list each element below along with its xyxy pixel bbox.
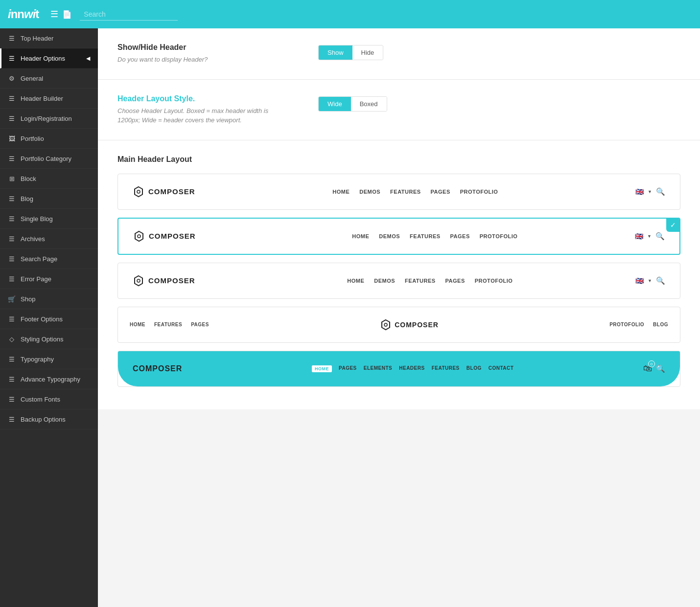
show-hide-header-text: Show/Hide Header Do you want to display … xyxy=(117,43,299,65)
menu-icon[interactable]: ☰ xyxy=(50,9,58,20)
sidebar-item-error-page[interactable]: ☰ Error Page xyxy=(0,269,98,289)
svg-point-1 xyxy=(137,190,140,193)
sidebar-item-header-options[interactable]: ☰ Header Options ◀ xyxy=(0,48,98,68)
flag-icon-2: 🇬🇧 xyxy=(635,232,643,240)
sidebar-label-single-blog: Single Blog xyxy=(21,215,53,223)
sidebar-arrow-header-options: ◀ xyxy=(86,55,90,62)
layout-4-right-nav: PROTOFOLIO BLOG xyxy=(609,322,668,327)
nav-demos-1: DEMOS xyxy=(359,189,380,195)
layout-2-logo: COMPOSER xyxy=(133,230,196,242)
sidebar-label-header-builder: Header Builder xyxy=(21,95,63,102)
hex-icon-4 xyxy=(380,319,392,331)
nav-headers-5: HEADERS xyxy=(399,365,424,372)
nav-features-3: FEATURES xyxy=(405,278,435,284)
wide-button[interactable]: Wide xyxy=(319,97,351,111)
sidebar-item-custom-fonts[interactable]: ☰ Custom Fonts xyxy=(0,389,98,409)
chevron-down-icon-3: ▼ xyxy=(648,278,652,283)
show-hide-header-desc: Do you want to display Header? xyxy=(117,55,274,65)
layout-1-nav: HOME DEMOS FEATURES PAGES PROTOFOLIO xyxy=(332,189,498,195)
sidebar-item-block[interactable]: ⊞ Block xyxy=(0,169,98,189)
sidebar-item-general[interactable]: ⚙ General xyxy=(0,68,98,89)
sidebar-item-portfolio[interactable]: 🖼 Portfolio xyxy=(0,129,98,149)
main-header-layout-section: Main Header Layout COMPOSER HOME DEMOS xyxy=(98,140,700,409)
svg-marker-4 xyxy=(135,276,142,286)
boxed-button[interactable]: Boxed xyxy=(351,97,387,111)
nav-pages-1: PAGES xyxy=(431,189,450,195)
nav-home-1: HOME xyxy=(332,189,350,195)
nav-protofolio-1: PROTOFOLIO xyxy=(460,189,498,195)
sidebar-label-styling-options: Styling Options xyxy=(21,336,63,343)
sidebar-icon-advance-typography: ☰ xyxy=(8,375,16,383)
sidebar-item-archives[interactable]: ☰ Archives xyxy=(0,229,98,249)
sidebar-item-single-blog[interactable]: ☰ Single Blog xyxy=(0,209,98,229)
hex-icon-3 xyxy=(133,275,144,287)
header-layout-style-title: Header Layout Style. xyxy=(117,94,299,103)
show-hide-header-controls: Show Hide xyxy=(318,43,680,60)
nav-features-4: FEATURES xyxy=(154,322,182,327)
sidebar-icon-search-page: ☰ xyxy=(8,255,16,263)
nav-protofolio-2: PROTOFOLIO xyxy=(480,233,518,239)
search-input[interactable] xyxy=(80,8,178,21)
layout-1-preview: COMPOSER HOME DEMOS FEATURES PAGES PROTO… xyxy=(118,174,680,209)
nav-protofolio-3: PROTOFOLIO xyxy=(475,278,513,284)
sidebar-item-search-page[interactable]: ☰ Search Page xyxy=(0,249,98,269)
header-layout-style-section: Header Layout Style. Choose Header Layou… xyxy=(98,80,700,140)
sidebar-item-login-registration[interactable]: ☰ Login/Registration xyxy=(0,109,98,129)
sidebar-icon-header-builder: ☰ xyxy=(8,94,16,102)
layout-option-1[interactable]: COMPOSER HOME DEMOS FEATURES PAGES PROTO… xyxy=(117,174,680,210)
sidebar-item-advance-typography[interactable]: ☰ Advance Typography xyxy=(0,369,98,389)
hex-icon-1 xyxy=(133,186,144,198)
document-icon[interactable]: 📄 xyxy=(62,10,72,19)
sidebar-icon-general: ⚙ xyxy=(8,74,16,82)
hex-icon-2 xyxy=(133,230,145,242)
sidebar-item-shop[interactable]: 🛒 Shop xyxy=(0,289,98,309)
sidebar-icon-single-blog: ☰ xyxy=(8,215,16,223)
cart-icon: 🛍 0 xyxy=(643,363,652,374)
flag-icon-1: 🇬🇧 xyxy=(635,188,644,196)
sidebar-icon-portfolio-category: ☰ xyxy=(8,155,16,162)
show-hide-header-title: Show/Hide Header xyxy=(117,43,299,52)
show-button[interactable]: Show xyxy=(319,45,352,60)
sidebar-icon-typography: ☰ xyxy=(8,355,16,363)
layout-option-3[interactable]: COMPOSER HOME DEMOS FEATURES PAGES PROTO… xyxy=(117,263,680,299)
sidebar-item-portfolio-category[interactable]: ☰ Portfolio Category xyxy=(0,149,98,169)
nav-blog-4: BLOG xyxy=(653,322,668,327)
svg-point-3 xyxy=(138,235,140,238)
sidebar-item-blog[interactable]: ☰ Blog xyxy=(0,189,98,209)
svg-point-5 xyxy=(137,279,140,282)
nav-blog-5: BLOG xyxy=(467,365,482,372)
nav-pages-2: PAGES xyxy=(450,233,470,239)
chevron-down-icon-2: ▼ xyxy=(647,234,652,239)
sidebar-label-advance-typography: Advance Typography xyxy=(21,376,80,383)
sidebar-label-top-header: Top Header xyxy=(21,35,53,42)
cart-badge: 0 xyxy=(648,360,655,367)
layout-option-4[interactable]: HOME FEATURES PAGES COMPOSER PROTOFOLIO xyxy=(117,307,680,343)
brand-logo: innwit xyxy=(8,7,39,21)
layout-3-nav: HOME DEMOS FEATURES PAGES PROTOFOLIO xyxy=(347,278,513,284)
nav-home-3: HOME xyxy=(347,278,364,284)
sidebar-item-footer-options[interactable]: ☰ Footer Options xyxy=(0,309,98,329)
header-layout-style-row: Header Layout Style. Choose Header Layou… xyxy=(117,94,680,125)
layout-4-logo: COMPOSER xyxy=(380,319,439,331)
header-layout-style-text: Header Layout Style. Choose Header Layou… xyxy=(117,94,299,125)
sidebar-label-shop: Shop xyxy=(21,295,35,303)
sidebar-icon-shop: 🛒 xyxy=(8,295,16,303)
sidebar-label-error-page: Error Page xyxy=(21,275,51,283)
header-layout-style-controls: Wide Boxed xyxy=(318,94,680,112)
sidebar-item-typography[interactable]: ☰ Typography xyxy=(0,349,98,369)
sidebar-label-block: Block xyxy=(21,175,36,182)
top-bar: innwit ☰ 📄 xyxy=(0,0,700,28)
sidebar-item-backup-options[interactable]: ☰ Backup Options xyxy=(0,409,98,429)
sidebar-label-custom-fonts: Custom Fonts xyxy=(21,396,60,403)
layout-5-nav: HOME PAGES ELEMENTS HEADERS FEATURES BLO… xyxy=(312,365,513,372)
sidebar-item-top-header[interactable]: ☰ Top Header xyxy=(0,28,98,48)
sidebar-item-header-builder[interactable]: ☰ Header Builder xyxy=(0,89,98,109)
nav-elements-5: ELEMENTS xyxy=(364,365,392,372)
flag-icon-3: 🇬🇧 xyxy=(635,277,644,285)
layout-option-5[interactable]: COMPOSER HOME PAGES ELEMENTS HEADERS FEA… xyxy=(117,351,680,387)
sidebar-icon-header-options: ☰ xyxy=(8,54,16,62)
layout-option-2[interactable]: ✓ COMPOSER HOME DEMOS FEATURES PAGES xyxy=(117,218,680,255)
sidebar-item-styling-options[interactable]: ◇ Styling Options xyxy=(0,329,98,349)
hide-button[interactable]: Hide xyxy=(352,45,383,60)
layout-4-left-nav: HOME FEATURES PAGES xyxy=(130,322,209,327)
